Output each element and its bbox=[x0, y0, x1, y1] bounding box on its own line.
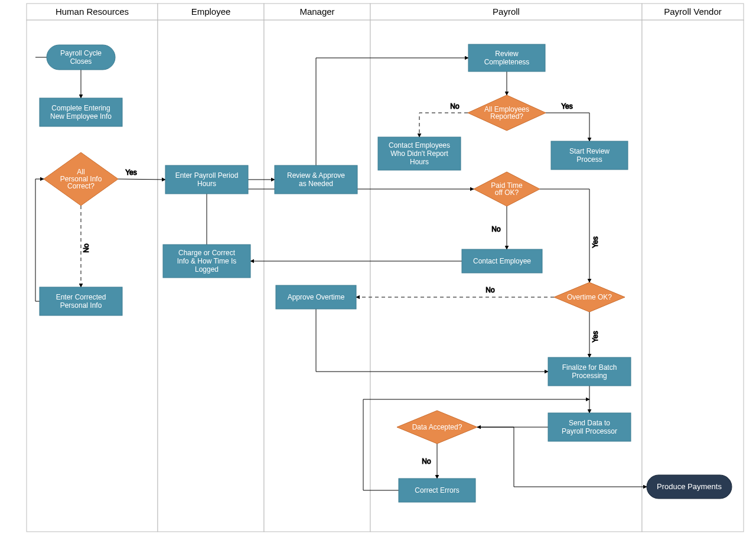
svg-text:Employee: Employee bbox=[191, 6, 231, 17]
svg-text:Overtime OK?: Overtime OK? bbox=[567, 293, 612, 301]
svg-text:Correct?: Correct? bbox=[67, 182, 94, 190]
start-node: Payroll CycleCloses bbox=[47, 45, 115, 70]
end-node: Produce Payments bbox=[647, 475, 732, 499]
swimlane-headers: Human ResourcesEmployeeManagerPayrollPay… bbox=[27, 4, 744, 532]
svg-text:No: No bbox=[82, 243, 90, 253]
svg-text:Human Resources: Human Resources bbox=[56, 6, 129, 17]
svg-text:Review: Review bbox=[495, 50, 519, 58]
process-chargeCorrect: Charge or CorrectInfo & How Time IsLogge… bbox=[163, 245, 250, 278]
svg-text:Payroll Processor: Payroll Processor bbox=[562, 427, 617, 435]
process-correctErrors: Correct Errors bbox=[399, 479, 475, 502]
svg-text:Charge or Correct: Charge or Correct bbox=[178, 249, 236, 257]
svg-text:Yes: Yes bbox=[591, 331, 599, 343]
process-enterCorrected: Enter CorrectedPersonal Info bbox=[40, 287, 122, 315]
svg-text:Logged: Logged bbox=[195, 265, 219, 274]
process-reviewComplete: ReviewCompleteness bbox=[468, 44, 545, 71]
svg-text:Hours: Hours bbox=[197, 180, 216, 188]
svg-text:Yes: Yes bbox=[125, 168, 137, 177]
process-approveOT: Approve Overtime bbox=[276, 285, 356, 309]
svg-text:No: No bbox=[485, 286, 495, 294]
svg-text:Who Didn't Report: Who Didn't Report bbox=[390, 149, 448, 158]
svg-text:Correct Errors: Correct Errors bbox=[415, 486, 459, 494]
svg-text:Yes: Yes bbox=[591, 236, 599, 248]
swimlane-flowchart: Human ResourcesEmployeeManagerPayrollPay… bbox=[0, 0, 756, 537]
svg-text:Enter Payroll Period: Enter Payroll Period bbox=[175, 171, 239, 180]
svg-text:Payroll: Payroll bbox=[493, 6, 520, 17]
process-finalize: Finalize for BatchProcessing bbox=[548, 357, 631, 386]
svg-text:Produce Payments: Produce Payments bbox=[657, 482, 722, 491]
svg-rect-13 bbox=[642, 20, 744, 532]
svg-text:Yes: Yes bbox=[561, 102, 573, 110]
process-sendData: Send Data toPayroll Processor bbox=[548, 413, 631, 441]
process-reviewApprove: Review & Approveas Needed bbox=[275, 165, 357, 194]
svg-text:Process: Process bbox=[576, 155, 602, 164]
process-startReview: Start ReviewProcess bbox=[551, 141, 628, 170]
svg-text:Processing: Processing bbox=[572, 372, 607, 380]
svg-text:Personal Info: Personal Info bbox=[60, 301, 102, 310]
svg-text:New Employee Info: New Employee Info bbox=[50, 112, 112, 121]
svg-rect-1 bbox=[27, 20, 158, 532]
process-contactEmployee: Contact Employee bbox=[462, 249, 542, 273]
svg-text:Finalize for Batch: Finalize for Batch bbox=[562, 363, 617, 372]
svg-text:No: No bbox=[491, 225, 501, 233]
svg-rect-7 bbox=[264, 20, 370, 532]
svg-text:No: No bbox=[422, 457, 431, 466]
process-enterHours: Enter Payroll PeriodHours bbox=[165, 165, 248, 194]
svg-text:Contact Employees: Contact Employees bbox=[389, 141, 450, 149]
svg-text:Payroll Cycle: Payroll Cycle bbox=[60, 49, 102, 57]
svg-text:Hours: Hours bbox=[410, 158, 429, 166]
svg-text:Review & Approve: Review & Approve bbox=[287, 171, 345, 180]
svg-text:No: No bbox=[450, 102, 460, 110]
svg-text:Enter Corrected: Enter Corrected bbox=[56, 293, 106, 301]
svg-text:Approve Overtime: Approve Overtime bbox=[288, 293, 345, 301]
svg-text:Start Review: Start Review bbox=[569, 147, 610, 155]
svg-text:as Needed: as Needed bbox=[299, 180, 333, 188]
svg-text:off OK?: off OK? bbox=[495, 188, 519, 197]
process-contactNoReport: Contact EmployeesWho Didn't ReportHours bbox=[378, 137, 461, 170]
svg-text:Reported?: Reported? bbox=[490, 112, 523, 121]
svg-text:Completeness: Completeness bbox=[484, 58, 530, 66]
svg-text:Contact Employee: Contact Employee bbox=[473, 257, 531, 265]
svg-text:Manager: Manager bbox=[299, 6, 334, 17]
svg-text:Payroll Vendor: Payroll Vendor bbox=[664, 6, 722, 17]
svg-text:Send Data to: Send Data to bbox=[569, 419, 610, 427]
svg-text:Info & How Time Is: Info & How Time Is bbox=[177, 257, 237, 265]
svg-text:Complete Entering: Complete Entering bbox=[51, 104, 110, 112]
svg-text:Data Accepted?: Data Accepted? bbox=[412, 423, 462, 431]
process-completeEnter: Complete EnteringNew Employee Info bbox=[40, 98, 122, 126]
svg-text:Closes: Closes bbox=[70, 57, 92, 66]
